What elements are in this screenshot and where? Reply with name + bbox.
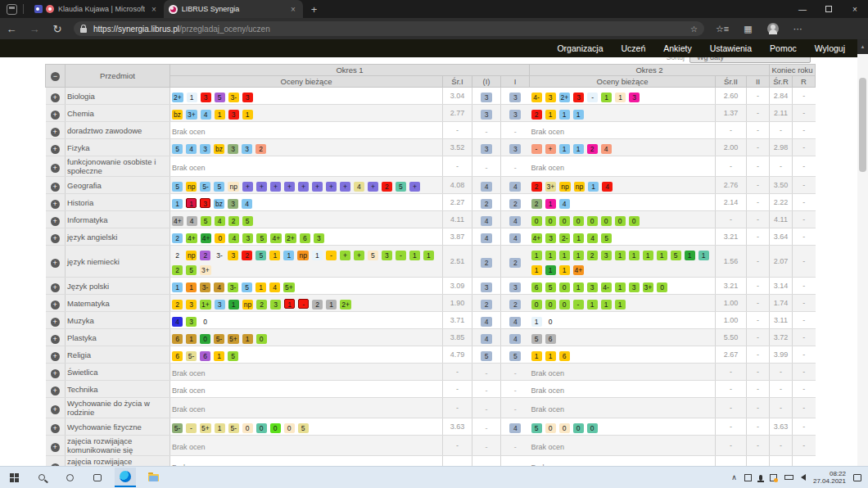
expand-row-button[interactable]: +: [51, 443, 60, 452]
collapse-all-button[interactable]: −: [51, 72, 60, 81]
grade-badge[interactable]: 2: [531, 182, 542, 192]
grade-badge[interactable]: 2: [587, 144, 598, 154]
grade-badge[interactable]: 5-: [228, 423, 239, 433]
grade-badge[interactable]: np: [186, 251, 197, 260]
grade-badge[interactable]: 4+: [531, 233, 543, 243]
settings-menu-icon[interactable]: ⋯: [793, 24, 802, 34]
expand-row-button[interactable]: +: [51, 283, 60, 292]
grade-badge[interactable]: +: [270, 182, 281, 192]
grade-badge[interactable]: 6: [172, 351, 183, 361]
back-icon[interactable]: ←: [0, 23, 23, 35]
favorites-bar-icon[interactable]: ☆≡: [716, 24, 729, 34]
grade-badge[interactable]: 3: [629, 93, 640, 102]
period-grade-badge[interactable]: 5: [481, 351, 492, 361]
grade-badge[interactable]: 4: [214, 282, 224, 292]
profile-avatar[interactable]: [767, 23, 779, 34]
grade-badge[interactable]: 0: [615, 216, 626, 226]
nav-link-organizacja[interactable]: Organizacja: [557, 43, 603, 53]
grade-badge[interactable]: bz: [214, 144, 224, 154]
grade-badge[interactable]: 6: [200, 351, 210, 361]
period-grade-badge[interactable]: 2: [481, 300, 492, 310]
expand-row-button[interactable]: +: [51, 93, 60, 102]
grade-badge[interactable]: 0: [242, 423, 253, 433]
grade-badge[interactable]: 5: [255, 251, 266, 260]
grade-badge[interactable]: 3: [242, 93, 253, 102]
grade-badge[interactable]: 6: [172, 334, 183, 344]
task-view-icon[interactable]: [87, 468, 108, 487]
grade-badge[interactable]: np: [559, 182, 570, 192]
grade-badge[interactable]: 1: [215, 423, 225, 433]
browser-tab-librus[interactable]: LIBRUS Synergia ×: [164, 0, 303, 18]
grade-badge[interactable]: 6: [545, 334, 556, 344]
grade-badge[interactable]: 4+: [186, 233, 197, 243]
grade-badge[interactable]: 5: [214, 182, 224, 192]
grade-badge[interactable]: 5+: [283, 282, 295, 292]
grade-badge[interactable]: 3-: [214, 251, 224, 260]
grade-badge[interactable]: +: [409, 182, 420, 192]
grade-badge[interactable]: 1: [242, 334, 253, 344]
grade-badge[interactable]: 1: [172, 199, 183, 209]
grade-badge[interactable]: 4: [228, 233, 239, 243]
grade-badge[interactable]: 1: [186, 334, 197, 344]
app-tray-icon[interactable]: [770, 474, 777, 481]
grade-badge[interactable]: 1: [187, 93, 197, 102]
grade-badge[interactable]: 3-: [200, 282, 210, 292]
grade-badge[interactable]: 2+: [285, 233, 296, 243]
grade-badge[interactable]: +: [298, 182, 309, 192]
expand-row-button[interactable]: +: [51, 318, 60, 327]
grade-badge[interactable]: 2: [172, 265, 183, 275]
grade-badge[interactable]: np: [228, 182, 238, 192]
expand-row-button[interactable]: +: [51, 369, 60, 378]
grade-badge[interactable]: 1: [545, 251, 556, 260]
grade-badge[interactable]: 3: [270, 300, 281, 310]
period-grade-badge[interactable]: 5: [509, 351, 521, 361]
grade-badge[interactable]: np: [297, 251, 308, 260]
grade-badge[interactable]: 3: [201, 93, 211, 102]
grade-badge[interactable]: 1: [326, 300, 337, 310]
grade-badge[interactable]: 4+: [201, 233, 212, 243]
grade-badge[interactable]: 0: [559, 282, 570, 292]
grade-badge[interactable]: 1: [215, 110, 225, 120]
grade-badge[interactable]: 2: [172, 233, 183, 243]
expand-row-button[interactable]: +: [51, 405, 60, 414]
grade-badge[interactable]: 2: [242, 251, 252, 260]
grade-badge[interactable]: 4: [602, 182, 613, 192]
tray-expand-chevron[interactable]: ∧: [731, 473, 737, 481]
expand-row-button[interactable]: +: [51, 145, 60, 154]
grade-badge[interactable]: 6: [559, 351, 570, 361]
grade-badge[interactable]: 1: [559, 144, 570, 154]
grade-badge[interactable]: 1: [615, 300, 626, 310]
grade-badge[interactable]: bz: [172, 110, 183, 120]
expand-row-button[interactable]: +: [51, 164, 60, 173]
grade-badge[interactable]: 4: [242, 199, 252, 209]
period-grade-badge[interactable]: 2: [509, 258, 521, 268]
grade-badge[interactable]: 5: [172, 144, 183, 154]
grade-badge[interactable]: 0: [559, 300, 570, 310]
grade-badge[interactable]: 2: [256, 300, 267, 310]
nav-link-wyloguj[interactable]: Wyloguj: [815, 43, 845, 53]
grade-badge[interactable]: 5: [298, 423, 309, 433]
grade-badge[interactable]: 5: [601, 233, 612, 243]
file-explorer-icon[interactable]: [142, 468, 164, 487]
grade-badge[interactable]: 2: [255, 144, 266, 154]
grade-badge[interactable]: +: [368, 182, 378, 192]
grade-badge[interactable]: 1: [255, 282, 266, 292]
grade-badge[interactable]: 1: [423, 251, 434, 260]
grade-badge[interactable]: 1: [587, 300, 598, 310]
expand-row-button[interactable]: +: [51, 352, 60, 361]
expand-row-button[interactable]: +: [51, 128, 60, 137]
grade-badge[interactable]: 1: [269, 251, 280, 260]
grade-badge[interactable]: 4+: [172, 216, 183, 226]
grade-badge[interactable]: 1: [559, 110, 570, 120]
grade-badge[interactable]: 1: [284, 299, 295, 309]
grade-badge[interactable]: 3-: [228, 93, 239, 102]
period-grade-badge[interactable]: 4: [481, 182, 492, 192]
grade-badge[interactable]: 2: [382, 182, 392, 192]
grade-badge[interactable]: 5: [531, 334, 542, 344]
grade-badge[interactable]: 0: [270, 423, 281, 433]
grade-badge[interactable]: 5: [368, 251, 378, 260]
grade-badge[interactable]: 3: [186, 300, 197, 310]
grade-badge[interactable]: 2+: [340, 300, 351, 310]
grade-badge[interactable]: 1: [588, 182, 599, 192]
period-grade-badge[interactable]: 2: [481, 199, 492, 209]
